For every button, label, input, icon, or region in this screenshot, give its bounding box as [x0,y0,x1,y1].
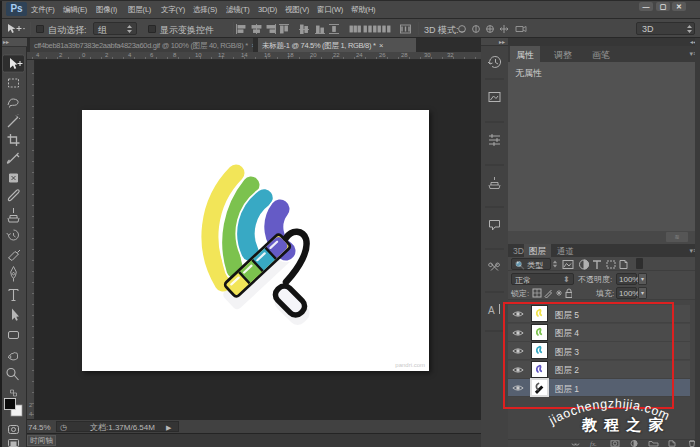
svg-text:A: A [488,305,495,316]
